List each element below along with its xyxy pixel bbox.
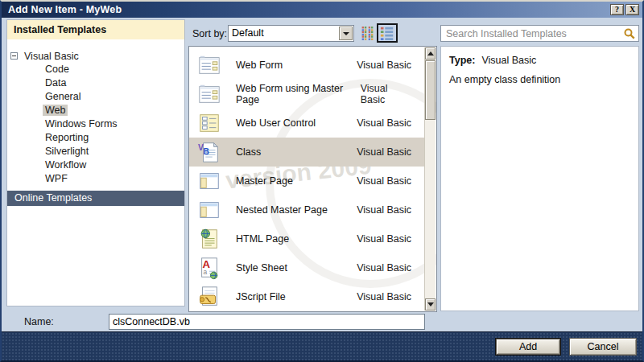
chevron-down-icon[interactable]	[339, 27, 353, 40]
list-view-icon	[380, 26, 394, 40]
tree-item-data[interactable]: Data	[7, 76, 184, 90]
template-list: version 2009 Web Form Visual Basic Web F…	[188, 46, 437, 312]
tree-children: Code Data General Web Windows Forms Repo…	[7, 63, 184, 186]
list-item-master-page[interactable]: Master Page Visual Basic	[189, 167, 424, 195]
sort-dropdown[interactable]: Default	[228, 25, 354, 42]
tree-item-web[interactable]: Web	[7, 104, 184, 117]
cancel-button[interactable]: Cancel	[569, 338, 637, 356]
sort-by-label: Sort by:	[192, 28, 227, 39]
list-item-web-user-control[interactable]: Web User Control Visual Basic	[189, 109, 424, 138]
list-item-nested-master-page[interactable]: Nested Master Page Visual Basic	[189, 195, 424, 224]
nested-master-page-icon	[197, 198, 221, 222]
tree-node-visual-basic[interactable]: Visual Basic	[7, 49, 184, 63]
jscript-file-icon	[197, 285, 221, 309]
style-sheet-icon: Aa	[197, 256, 221, 280]
scrollbar-thumb[interactable]	[425, 60, 436, 120]
list-scrollbar[interactable]	[424, 47, 436, 311]
svg-text:B: B	[204, 147, 209, 156]
close-button[interactable]: X	[625, 4, 639, 15]
template-name: Web User Control	[236, 117, 316, 129]
sort-dropdown-value: Default	[232, 27, 264, 39]
svg-text:a: a	[204, 268, 208, 276]
online-templates-header[interactable]: Online Templates	[7, 191, 184, 206]
scroll-down-icon[interactable]	[425, 298, 436, 311]
template-name: JScript File	[236, 291, 286, 302]
tree-item-code[interactable]: Code	[7, 63, 184, 76]
template-language: Visual Basic	[357, 291, 411, 302]
template-name: Web Form using Master Page	[236, 83, 361, 105]
tree-item-wpf[interactable]: WPF	[7, 172, 184, 186]
list-item-class[interactable]: VB Class Visual Basic	[189, 138, 424, 167]
titlebar-buttons: ? X	[610, 4, 642, 15]
web-user-control-icon	[197, 111, 221, 135]
template-description: An empty class definition	[449, 74, 630, 85]
template-name: Nested Master Page	[236, 204, 328, 216]
list-item-web-form[interactable]: Web Form Visual Basic	[189, 51, 424, 80]
list-item-style-sheet[interactable]: Aa Style Sheet Visual Basic	[189, 253, 424, 282]
dialog-title: Add New Item - MyWeb	[2, 4, 122, 15]
templates-tree: Visual Basic Code Data General Web Windo…	[7, 39, 184, 186]
template-language: Visual Basic	[361, 83, 411, 105]
template-name: Class	[236, 146, 261, 158]
medium-icons-view-button[interactable]	[359, 25, 376, 42]
type-value: Visual Basic	[481, 55, 536, 66]
tree-item-windows-forms[interactable]: Windows Forms	[7, 117, 184, 131]
add-new-item-dialog: Add New Item - MyWeb ? X Installed Templ…	[0, 0, 644, 362]
titlebar: Add New Item - MyWeb ? X	[2, 2, 642, 18]
tree-expander-minus-icon[interactable]	[10, 52, 18, 60]
template-language: Visual Basic	[357, 117, 411, 129]
list-item-html-page[interactable]: HTML Page Visual Basic	[189, 224, 424, 253]
add-button[interactable]: Add	[495, 338, 561, 356]
help-button[interactable]: ?	[610, 4, 624, 15]
template-language: Visual Basic	[357, 262, 411, 274]
tree-root-label: Visual Basic	[24, 51, 79, 62]
list-item-jscript-file[interactable]: JScript File Visual Basic	[189, 282, 424, 311]
magnifier-icon[interactable]	[623, 27, 636, 40]
list-view-button[interactable]	[377, 23, 398, 43]
webform-master-icon	[197, 82, 221, 106]
template-name: HTML Page	[236, 233, 289, 245]
scroll-up-icon[interactable]	[425, 47, 436, 60]
master-page-icon	[197, 169, 221, 193]
template-language: Visual Basic	[357, 146, 411, 158]
template-language: Visual Basic	[357, 60, 411, 71]
name-label: Name:	[24, 316, 54, 327]
tree-item-reporting[interactable]: Reporting	[7, 131, 184, 145]
template-name: Web Form	[236, 60, 283, 71]
template-language: Visual Basic	[357, 233, 411, 245]
tree-item-workflow[interactable]: Workflow	[7, 158, 184, 172]
template-language: Visual Basic	[357, 175, 411, 187]
list-item-web-form-using-master-page[interactable]: Web Form using Master Page Visual Basic	[189, 80, 424, 109]
name-input[interactable]	[109, 314, 425, 330]
html-page-icon	[197, 227, 221, 251]
type-label: Type:	[449, 55, 475, 66]
webform-icon	[197, 53, 221, 77]
template-info-panel: Type:Visual Basic An empty class definit…	[440, 46, 639, 311]
search-box	[440, 25, 639, 42]
template-name: Style Sheet	[236, 262, 287, 274]
vb-class-icon: VB	[197, 140, 221, 164]
template-name: Master Page	[236, 175, 293, 187]
template-language: Visual Basic	[357, 204, 411, 216]
templates-sidebar: Installed Templates Visual Basic Code Da…	[6, 19, 185, 306]
medium-icons-view-icon	[361, 27, 374, 40]
template-rows: Web Form Visual Basic Web Form using Mas…	[189, 51, 424, 311]
tree-item-silverlight[interactable]: Silverlight	[7, 145, 184, 158]
search-input[interactable]	[441, 26, 638, 41]
installed-templates-header: Installed Templates	[7, 20, 184, 39]
tree-item-general[interactable]: General	[7, 90, 184, 104]
